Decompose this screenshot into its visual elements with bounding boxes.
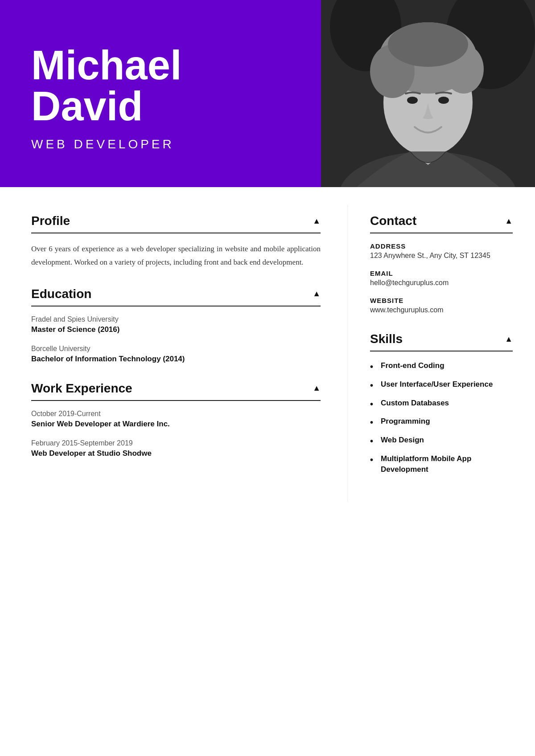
address-label: ADDRESS [370, 242, 513, 250]
header-left: Michael David WEB DEVELOPER [0, 0, 321, 187]
edu-degree-1: Master of Science (2016) [31, 325, 321, 334]
skill-item-5: Web Design [370, 435, 513, 445]
work-role-2: Web Developer at Studio Shodwe [31, 449, 321, 458]
edu-item-2: Borcelle University Bachelor of Informat… [31, 345, 321, 364]
skills-section: Skills ▲ Front-end Coding User Interface… [370, 332, 513, 475]
svg-point-10 [407, 97, 418, 104]
edu-degree-2: Bachelor of Information Technology (2014… [31, 355, 321, 364]
edu-university-1: Fradel and Spies University [31, 315, 321, 323]
profile-section-header: Profile ▲ [31, 214, 321, 233]
work-section-header: Work Experience ▲ [31, 381, 321, 401]
profile-section: Profile ▲ Over 6 years of experience as … [31, 214, 321, 269]
skill-item-6: Multiplatform Mobile App Development [370, 454, 513, 475]
left-column: Profile ▲ Over 6 years of experience as … [0, 205, 348, 502]
contact-address: ADDRESS 123 Anywhere St., Any City, ST 1… [370, 242, 513, 260]
education-arrow: ▲ [313, 289, 321, 298]
skill-item-2: User Interface/User Experience [370, 379, 513, 390]
header-section: Michael David WEB DEVELOPER [0, 0, 535, 187]
work-period-2: February 2015-September 2019 [31, 439, 321, 447]
profile-text: Over 6 years of experience as a web deve… [31, 242, 321, 269]
job-title: WEB DEVELOPER [31, 137, 294, 151]
skill-item-4: Programming [370, 416, 513, 427]
skill-item-3: Custom Databases [370, 398, 513, 409]
skills-arrow: ▲ [505, 335, 513, 344]
email-value: hello@techguruplus.com [370, 279, 513, 287]
main-content: Profile ▲ Over 6 years of experience as … [0, 187, 535, 519]
work-experience-section: Work Experience ▲ October 2019-Current S… [31, 381, 321, 458]
work-item-1: October 2019-Current Senior Web Develope… [31, 410, 321, 429]
work-title: Work Experience [31, 381, 132, 396]
education-section: Education ▲ Fradel and Spies University … [31, 287, 321, 364]
education-section-header: Education ▲ [31, 287, 321, 306]
contact-website: WEBSITE www.techguruplus.com [370, 297, 513, 314]
contact-section: Contact ▲ ADDRESS 123 Anywhere St., Any … [370, 214, 513, 314]
work-item-2: February 2015-September 2019 Web Develop… [31, 439, 321, 458]
profile-arrow: ▲ [313, 217, 321, 226]
edu-university-2: Borcelle University [31, 345, 321, 353]
right-column: Contact ▲ ADDRESS 123 Anywhere St., Any … [348, 205, 535, 502]
svg-point-9 [388, 22, 468, 67]
work-period-1: October 2019-Current [31, 410, 321, 418]
skills-section-header: Skills ▲ [370, 332, 513, 351]
work-arrow: ▲ [313, 384, 321, 393]
candidate-name: Michael David [31, 45, 294, 127]
skills-title: Skills [370, 332, 403, 346]
contact-email: EMAIL hello@techguruplus.com [370, 270, 513, 287]
education-title: Education [31, 287, 91, 301]
edu-item-1: Fradel and Spies University Master of Sc… [31, 315, 321, 334]
svg-point-11 [438, 97, 449, 104]
profile-photo [321, 0, 535, 187]
skills-list: Front-end Coding User Interface/User Exp… [370, 360, 513, 475]
contact-arrow: ▲ [505, 217, 513, 226]
work-role-1: Senior Web Developer at Wardiere Inc. [31, 420, 321, 429]
contact-title: Contact [370, 214, 416, 228]
skill-item-1: Front-end Coding [370, 360, 513, 371]
email-label: EMAIL [370, 270, 513, 277]
address-value: 123 Anywhere St., Any City, ST 12345 [370, 252, 513, 260]
website-value: www.techguruplus.com [370, 306, 513, 314]
contact-section-header: Contact ▲ [370, 214, 513, 233]
profile-title: Profile [31, 214, 70, 228]
website-label: WEBSITE [370, 297, 513, 304]
